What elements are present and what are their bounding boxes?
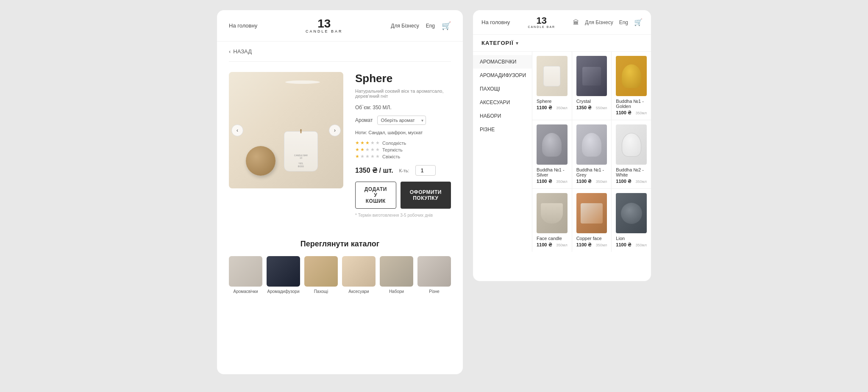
left-back-button[interactable]: ‹ НАЗАД: [217, 41, 463, 61]
product-image: CANDLE BAR13YES,BOSS ‹ ›: [229, 72, 343, 188]
grid-vol-lion: 350мл: [636, 243, 647, 247]
buy-now-button[interactable]: ОФОРМИТИ ПОКУПКУ: [401, 182, 451, 209]
delivery-note: * Термін виготовлення 3-5 робочих днів: [355, 213, 451, 218]
catalog-item-diffusers[interactable]: Аромадифузори: [267, 256, 300, 294]
product-image-bg: CANDLE BAR13YES,BOSS: [229, 72, 343, 188]
grid-price-row-face: 1100 ₴ 350мл: [537, 242, 568, 248]
grid-price-buddha-golden: 1100 ₴: [616, 110, 632, 116]
image-prev-button[interactable]: ‹: [231, 124, 243, 136]
dropdown-item-misc[interactable]: РІЗНЕ: [473, 123, 532, 136]
dropdown-item-diffusers[interactable]: АРОМАДИФУЗОРИ: [473, 69, 532, 82]
catalog-item-misc[interactable]: Різне: [417, 256, 451, 294]
fresh-label: Свіжість: [382, 154, 400, 159]
left-cart-icon[interactable]: 🛒: [442, 21, 451, 30]
catalog-item-accessories[interactable]: Аксесуари: [342, 256, 376, 294]
grid-item-buddha-silver[interactable]: Buddha №1 - Silver 1100 ₴ 350мл: [532, 120, 572, 188]
left-lang-switch[interactable]: Eng: [426, 23, 435, 29]
dropdown-item-sets[interactable]: НАБОРИ: [473, 109, 532, 123]
dropdown-item-aromacandies[interactable]: АРОМАСВІЧКИ: [473, 55, 532, 69]
left-back-label: НАЗАД: [233, 48, 252, 55]
right-cart-icon[interactable]: 🛒: [634, 18, 643, 26]
right-panel: На головну 13 CANDLE BAR 🏛 Для Бізнесу E…: [473, 10, 651, 281]
product-info: Sphere Натуральний соєвий віск та аромат…: [355, 72, 451, 218]
grid-item-crystal[interactable]: Crystal 1350 ₴ 550мл: [572, 52, 612, 120]
categories-label: КАТЕГОРІЇ: [481, 40, 513, 46]
actions-row: ДОДАТИ У КОШИК ОФОРМИТИ ПОКУПКУ: [355, 182, 451, 209]
candle-jar-decoration: CANDLE BAR13YES,BOSS: [284, 131, 318, 171]
add-to-cart-button[interactable]: ДОДАТИ У КОШИК: [355, 182, 396, 209]
catalog-title: Переглянути каталог: [229, 240, 451, 248]
right-business-link[interactable]: Для Бізнесу: [585, 19, 613, 25]
grid-name-face: Face candle: [537, 236, 568, 241]
product-price: 1350 ₴ / шт.: [355, 166, 393, 174]
grid-thumb-buddha-silver: [537, 124, 568, 165]
grid-price-row-lion: 1100 ₴ 350мл: [616, 242, 647, 248]
content-area: АРОМАСВІЧКИ АРОМАДИФУЗОРИ ПАХОЩІ АКСЕСУА…: [473, 52, 651, 252]
product-title: Sphere: [355, 72, 451, 85]
grid-thumb-crystal: [576, 56, 607, 96]
grid-item-sphere[interactable]: Sphere 1100 ₴ 350мл: [532, 52, 572, 120]
catalog-item-aromacandies[interactable]: Аромасвічки: [229, 256, 262, 294]
grid-vol-buddha-golden: 350мл: [636, 111, 647, 115]
grid-item-buddha-golden[interactable]: Buddha №1 - Golden 1100 ₴ 350мл: [612, 52, 651, 120]
star-4: ★: [370, 154, 375, 159]
catalog-thumb-aromacandies: [229, 256, 262, 287]
catalog-item-incense[interactable]: Пахощі: [304, 256, 338, 294]
star-4: ★: [370, 140, 375, 146]
left-business-link[interactable]: Для Бізнесу: [391, 23, 419, 29]
grid-price-buddha-grey: 1100 ₴: [576, 179, 592, 184]
quantity-input[interactable]: [415, 165, 436, 176]
category-dropdown: АРОМАСВІЧКИ АРОМАДИФУЗОРИ ПАХОЩІ АКСЕСУА…: [473, 52, 532, 252]
left-logo-subtitle: CANDLE BAR: [306, 30, 343, 33]
cork-ball-decoration: [246, 146, 275, 176]
grid-price-row-buddha-white: 1100 ₴ 350мл: [616, 179, 647, 184]
catalog-label-incense: Пахощі: [304, 289, 338, 294]
grid-vol-copper: 350мл: [596, 243, 607, 247]
categories-chevron: ▾: [516, 40, 518, 46]
left-logo-number: 13: [306, 18, 343, 30]
star-2: ★: [360, 140, 364, 146]
star-1: ★: [355, 154, 359, 159]
left-logo: 13 CANDLE BAR: [306, 18, 343, 33]
price-row: 1350 ₴ / шт. К-ть:: [355, 165, 451, 176]
grid-item-buddha-grey[interactable]: Buddha №1 - Grey 1100 ₴ 350мл: [572, 120, 612, 188]
catalog-label-aromacandies: Аромасвічки: [229, 289, 262, 294]
grid-price-row-buddha-golden: 1100 ₴ 350мл: [616, 110, 647, 116]
right-lang-switch[interactable]: Eng: [619, 19, 628, 25]
star-1: ★: [355, 140, 359, 146]
product-section: CANDLE BAR13YES,BOSS ‹ › Sphere Натураль…: [217, 62, 463, 228]
grid-item-copper[interactable]: Copper face 1100 ₴ 350мл: [572, 189, 612, 252]
catalog-thumb-misc: [417, 256, 451, 287]
grid-name-buddha-grey: Buddha №1 - Grey: [576, 167, 607, 177]
grid-thumb-buddha-golden: [616, 56, 647, 96]
grid-vol-sphere: 350мл: [556, 106, 567, 110]
grid-name-crystal: Crystal: [576, 99, 607, 104]
grid-thumb-face: [537, 193, 568, 233]
notes-row: Ноти: Сандал, шафрон, мускат: [355, 130, 451, 135]
grid-price-row-copper: 1100 ₴ 350мл: [576, 242, 607, 248]
grid-price-row-buddha-silver: 1100 ₴ 350мл: [537, 179, 568, 184]
grid-vol-buddha-grey: 350мл: [596, 179, 607, 184]
left-home-link[interactable]: На головну: [229, 22, 257, 29]
star-5: ★: [376, 147, 380, 152]
grid-thumb-copper: [576, 193, 607, 233]
right-header-controls: 🏛 Для Бізнесу Eng 🛒: [573, 18, 643, 26]
grid-item-buddha-white[interactable]: Buddha №2 - White 1100 ₴ 350мл: [612, 120, 651, 188]
catalog-item-sets[interactable]: Набори: [380, 256, 413, 294]
volume-value: 350 МЛ.: [373, 105, 392, 110]
grid-item-lion[interactable]: Lion 1100 ₴ 350мл: [612, 189, 651, 252]
catalog-label-misc: Різне: [417, 289, 451, 294]
aroma-select[interactable]: Оберіть аромат Сандал Ваніль Лаванда: [377, 116, 426, 125]
grid-item-face[interactable]: Face candle 1100 ₴ 350мл: [532, 189, 572, 252]
categories-nav[interactable]: КАТЕГОРІЇ ▾: [473, 35, 651, 52]
aroma-label: Аромат: [355, 117, 373, 123]
left-back-arrow: ‹: [229, 48, 231, 55]
right-home-link[interactable]: На головну: [481, 19, 510, 25]
dropdown-item-accessories[interactable]: АКСЕСУАРИ: [473, 96, 532, 109]
right-business-icon: 🏛: [573, 19, 579, 26]
dropdown-item-incense[interactable]: ПАХОЩІ: [473, 82, 532, 96]
star-3: ★: [365, 147, 370, 152]
tart-stars: ★ ★ ★ ★ ★: [355, 147, 380, 152]
image-next-button[interactable]: ›: [329, 124, 341, 136]
fresh-stars: ★ ★ ★ ★ ★: [355, 154, 380, 159]
